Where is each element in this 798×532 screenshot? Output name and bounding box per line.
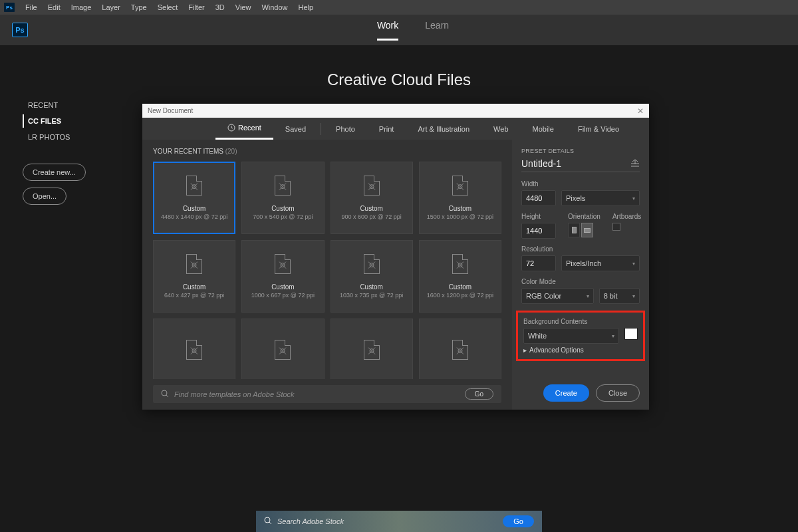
tab-saved[interactable]: Saved <box>273 118 318 140</box>
document-icon <box>186 254 202 274</box>
create-button[interactable]: Create <box>543 384 589 402</box>
header-tab-work[interactable]: Work <box>377 20 398 41</box>
presets-grid: Custom4480 x 1440 px @ 72 ppiCustom700 x… <box>153 162 501 379</box>
tab-web[interactable]: Web <box>481 118 520 140</box>
background-contents-select[interactable]: White▾ <box>523 328 619 344</box>
preset-card[interactable]: Custom640 x 427 px @ 72 ppi <box>153 240 235 313</box>
resolution-label: Resolution <box>521 245 640 253</box>
orientation-label: Orientation <box>568 213 600 220</box>
preset-card[interactable]: Custom1600 x 1200 px @ 72 ppi <box>419 240 501 313</box>
stock-search-placeholder[interactable]: Search Adobe Stock <box>277 517 503 525</box>
preset-card[interactable]: Custom4480 x 1440 px @ 72 ppi <box>153 162 235 234</box>
menu-3d[interactable]: 3D <box>210 3 230 11</box>
header-bar: Ps Work Learn <box>0 15 798 45</box>
units-select[interactable]: Pixels▾ <box>561 190 640 206</box>
document-name-input[interactable]: Untitled-1 <box>521 158 630 169</box>
orientation-portrait-button[interactable] <box>568 223 580 237</box>
svg-point-13 <box>162 390 167 396</box>
preset-card[interactable]: Custom1500 x 1000 px @ 72 ppi <box>419 162 501 234</box>
menu-image[interactable]: Image <box>66 3 97 11</box>
preset-dimensions: 1030 x 735 px @ 72 ppi <box>340 292 403 299</box>
document-icon <box>364 254 380 274</box>
document-icon <box>364 176 380 196</box>
menu-filter[interactable]: Filter <box>183 3 209 11</box>
orientation-landscape-button[interactable] <box>581 223 593 237</box>
stock-go-button[interactable]: Go <box>503 515 534 527</box>
preset-card[interactable]: Custom900 x 600 px @ 72 ppi <box>331 162 413 234</box>
dialog-title: New Document <box>148 107 193 114</box>
search-icon <box>264 517 272 526</box>
header-tab-learn[interactable]: Learn <box>425 20 449 41</box>
colormode-label: Color Mode <box>521 278 640 285</box>
document-icon <box>275 340 291 360</box>
preset-card[interactable]: Custom1000 x 667 px @ 72 ppi <box>241 240 324 313</box>
resolution-units-select[interactable]: Pixels/Inch▾ <box>561 255 640 271</box>
background-color-swatch[interactable] <box>624 328 638 340</box>
preset-dimensions: 1500 x 1000 px @ 72 ppi <box>427 213 493 220</box>
sidebar-item-lrphotos[interactable]: LR PHOTOS <box>23 130 116 144</box>
colormode-select[interactable]: RGB Color▾ <box>521 288 594 304</box>
height-input[interactable] <box>521 223 556 239</box>
preset-details-header: PRESET DETAILS <box>521 148 640 154</box>
menu-view[interactable]: View <box>230 3 257 11</box>
preset-dimensions: 1000 x 667 px @ 72 ppi <box>251 292 315 299</box>
recent-items-count: (20) <box>225 148 237 155</box>
preset-dimensions: 900 x 600 px @ 72 ppi <box>342 213 402 220</box>
sidebar-item-recent[interactable]: RECENT <box>23 98 116 112</box>
close-button[interactable]: Close <box>596 384 640 402</box>
resolution-input[interactable] <box>521 255 556 271</box>
menu-help[interactable]: Help <box>293 3 319 11</box>
tab-art[interactable]: Art & Illustration <box>406 118 481 140</box>
menu-edit[interactable]: Edit <box>43 3 66 11</box>
clock-icon <box>227 124 235 132</box>
preset-dimensions: 700 x 540 px @ 72 ppi <box>253 213 313 220</box>
tab-print[interactable]: Print <box>367 118 406 140</box>
artboards-checkbox[interactable] <box>612 223 620 231</box>
sidebar-item-ccfiles[interactable]: CC FILES <box>23 114 116 128</box>
svg-point-15 <box>265 517 270 523</box>
artboards-label: Artboards <box>612 213 641 220</box>
preset-dimensions: 640 x 427 px @ 72 ppi <box>164 292 224 299</box>
new-document-dialog: New Document ✕ Recent Saved Photo Print … <box>142 104 649 410</box>
menu-layer[interactable]: Layer <box>96 3 126 11</box>
tab-film[interactable]: Film & Video <box>566 118 631 140</box>
preset-card[interactable] <box>241 319 324 379</box>
document-icon <box>275 254 291 274</box>
document-icon <box>186 340 202 360</box>
search-placeholder[interactable]: Find more templates on Adobe Stock <box>174 390 465 398</box>
document-icon <box>452 176 468 196</box>
menu-window[interactable]: Window <box>256 3 293 11</box>
menu-type[interactable]: Type <box>126 3 152 11</box>
open-button[interactable]: Open... <box>23 188 66 205</box>
preset-card[interactable]: Custom700 x 540 px @ 72 ppi <box>241 162 324 234</box>
background-contents-highlight: Background Contents White▾ ▸ Advanced Op… <box>516 311 645 361</box>
chevron-right-icon: ▸ <box>523 346 527 354</box>
presets-pane: YOUR RECENT ITEMS (20) Custom4480 x 1440… <box>142 140 512 410</box>
preset-card[interactable]: Custom1030 x 735 px @ 72 ppi <box>331 240 413 313</box>
preset-card[interactable] <box>419 319 501 379</box>
advanced-options-toggle[interactable]: ▸ Advanced Options <box>523 346 638 354</box>
close-icon[interactable]: ✕ <box>637 106 644 116</box>
tab-mobile[interactable]: Mobile <box>521 118 566 140</box>
preset-title: Custom <box>449 205 471 212</box>
search-go-button[interactable]: Go <box>465 388 493 400</box>
tab-photo[interactable]: Photo <box>324 118 367 140</box>
bitdepth-select[interactable]: 8 bit▾ <box>599 288 640 304</box>
menu-select[interactable]: Select <box>152 3 184 11</box>
preset-details-pane: PRESET DETAILS Untitled-1 Width Pixels▾ … <box>512 140 649 410</box>
menu-file[interactable]: File <box>20 3 43 11</box>
preset-card[interactable] <box>331 319 413 379</box>
save-preset-icon[interactable] <box>630 159 640 168</box>
stock-template-search: Find more templates on Adobe Stock Go <box>153 385 501 403</box>
recent-items-label: YOUR RECENT ITEMS <box>153 148 223 155</box>
document-icon <box>452 340 468 360</box>
app-menubar: Ps File Edit Image Layer Type Select Fil… <box>0 0 798 15</box>
width-input[interactable] <box>521 190 556 206</box>
create-new-button[interactable]: Create new... <box>23 164 86 181</box>
preset-title: Custom <box>271 205 294 212</box>
preset-card[interactable] <box>153 319 235 379</box>
dialog-titlebar: New Document ✕ <box>142 104 649 118</box>
preset-title: Custom <box>183 205 205 212</box>
chevron-down-icon: ▾ <box>632 196 635 201</box>
tab-recent[interactable]: Recent <box>215 118 273 140</box>
